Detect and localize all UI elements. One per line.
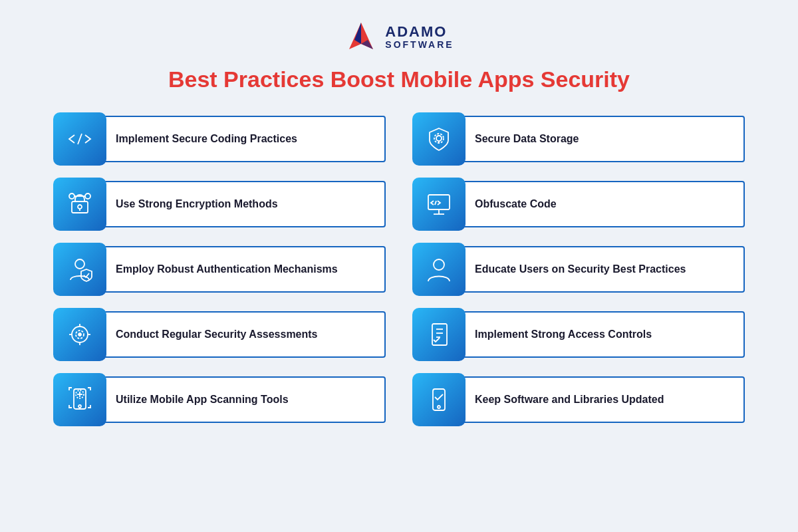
label-obfuscate: Obfuscate Code [462, 181, 745, 227]
item-encryption: Use Strong Encryption Methods [53, 178, 386, 231]
icon-update [412, 373, 466, 426]
title-part1: Best Practices Boost [168, 66, 401, 92]
item-secure-coding: Implement Secure Coding Practices [53, 112, 386, 166]
svg-rect-26 [432, 324, 447, 345]
logo-text: ADAMO SOFTWARE [385, 24, 454, 51]
svg-point-31 [78, 405, 81, 408]
svg-rect-35 [433, 389, 445, 410]
svg-point-4 [436, 136, 442, 141]
icon-obfuscate [412, 178, 466, 231]
icon-authentication [53, 243, 106, 296]
label-secure-data: Secure Data Storage [462, 116, 745, 162]
logo-icon [344, 20, 378, 55]
svg-point-11 [85, 194, 90, 199]
icon-educate [412, 243, 466, 296]
svg-point-17 [75, 259, 84, 269]
icon-security-assessments [53, 308, 106, 361]
main-title: Best Practices Boost Mobile Apps Securit… [53, 66, 745, 92]
item-scanning: Utilize Mobile App Scanning Tools [53, 373, 386, 426]
svg-point-18 [434, 259, 444, 270]
icon-secure-coding [53, 112, 106, 166]
label-secure-coding: Implement Secure Coding Practices [102, 116, 386, 162]
logo-area: ADAMO SOFTWARE [53, 20, 745, 55]
title-part2: Mobile Apps Security [401, 66, 630, 92]
item-educate: Educate Users on Security Best Practices [412, 243, 745, 296]
label-encryption: Use Strong Encryption Methods [102, 181, 386, 227]
label-scanning: Utilize Mobile App Scanning Tools [102, 376, 386, 423]
svg-point-8 [78, 205, 82, 209]
label-authentication: Employ Robust Authentication Mechanisms [102, 246, 386, 293]
svg-line-3 [78, 134, 82, 144]
svg-point-36 [438, 406, 440, 408]
main-container: ADAMO SOFTWARE Best Practices Boost Mobi… [0, 0, 798, 532]
item-update: Keep Software and Libraries Updated [412, 373, 745, 426]
label-educate: Educate Users on Security Best Practices [462, 246, 745, 293]
icon-secure-data [412, 112, 466, 166]
label-access-controls: Implement Strong Access Controls [462, 311, 745, 358]
logo-adamo: ADAMO [385, 24, 454, 40]
item-obfuscate: Obfuscate Code [412, 178, 745, 231]
label-update: Keep Software and Libraries Updated [462, 376, 745, 423]
icon-access-controls [412, 308, 466, 361]
svg-point-25 [78, 333, 81, 336]
svg-line-16 [435, 201, 436, 205]
icon-scanning [53, 373, 106, 426]
item-secure-data: Secure Data Storage [412, 112, 745, 166]
items-grid: Implement Secure Coding Practices Secure… [53, 112, 745, 426]
item-security-assessments: Conduct Regular Security Assessments [53, 308, 386, 361]
svg-rect-7 [72, 201, 88, 213]
logo-software: SOFTWARE [385, 40, 454, 50]
icon-encryption [53, 178, 106, 231]
item-access-controls: Implement Strong Access Controls [412, 308, 745, 361]
item-authentication: Employ Robust Authentication Mechanisms [53, 243, 386, 296]
label-security-assessments: Conduct Regular Security Assessments [102, 311, 386, 358]
svg-point-10 [69, 194, 74, 199]
